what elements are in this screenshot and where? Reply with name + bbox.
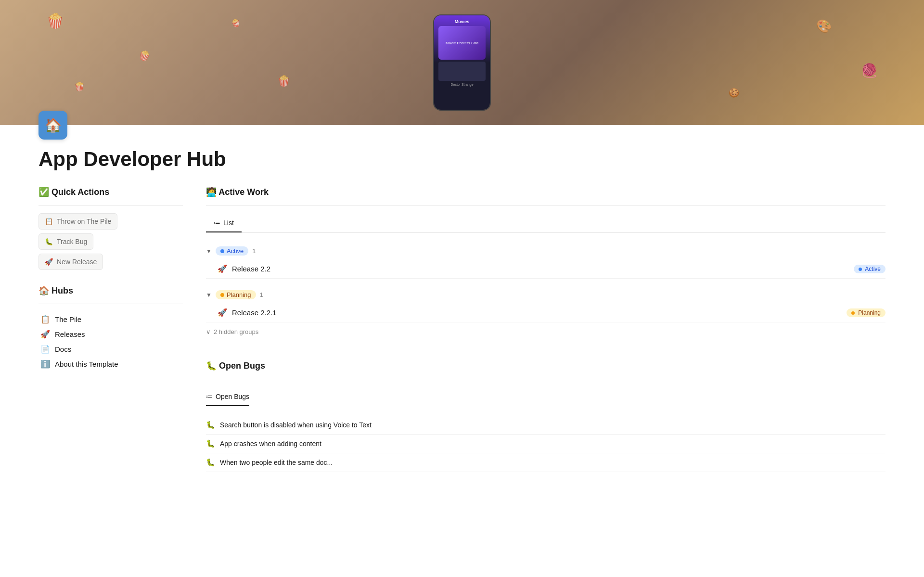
- release-2-2-status: Active: [854, 265, 886, 273]
- open-bugs-divider: [206, 379, 886, 379]
- page-title: App Developer Hub: [0, 140, 924, 171]
- bug-2-icon: 🐛: [206, 439, 215, 448]
- item-release-2-2-1[interactable]: 🚀 Release 2.2.1 Planning: [206, 303, 886, 322]
- quick-actions-header: ✅ Quick Actions: [38, 187, 183, 197]
- release-2-2-icon: 🚀: [218, 264, 227, 273]
- releases-icon: 🚀: [40, 330, 50, 339]
- hidden-groups-toggle[interactable]: ∨ 2 hidden groups: [206, 322, 886, 341]
- active-work-view-tabs: ≔ List: [206, 215, 886, 233]
- bug-1-icon: 🐛: [206, 421, 215, 429]
- active-group-count: 1: [252, 247, 256, 255]
- track-bug-label: Track Bug: [57, 238, 87, 245]
- throw-pile-icon: 📋: [45, 218, 53, 225]
- open-bugs-header: 🐛 Open Bugs: [206, 360, 886, 371]
- docs-icon: 📄: [40, 345, 50, 354]
- planning-group-toggle: ▼: [206, 292, 212, 298]
- release-2-2-1-status: Planning: [847, 308, 886, 317]
- list-tab-icon: ≔: [214, 219, 220, 227]
- new-release-label: New Release: [57, 258, 97, 266]
- hubs-section: 🏠 Hubs 📋 The Pile 🚀 Releases 📄 Docs ℹ️ A…: [38, 285, 183, 372]
- tab-list[interactable]: ≔ List: [206, 215, 242, 232]
- release-2-2-1-label: Release 2.2.1: [232, 308, 277, 317]
- planning-group-header[interactable]: ▼ Planning 1: [206, 286, 886, 303]
- bug-item-2[interactable]: 🐛 App crashes when adding content: [206, 435, 886, 453]
- hub-item-releases[interactable]: 🚀 Releases: [38, 327, 183, 342]
- new-release-button[interactable]: 🚀 New Release: [38, 254, 103, 270]
- active-work-divider: [206, 205, 886, 205]
- hub-item-about-template[interactable]: ℹ️ About this Template: [38, 357, 183, 372]
- release-2-2-1-icon: 🚀: [218, 308, 227, 317]
- release-2-2-label: Release 2.2: [232, 265, 270, 273]
- active-work-section: 🧑‍💻 Active Work ≔ List ▼ Active 1: [206, 187, 886, 341]
- item-release-2-2[interactable]: 🚀 Release 2.2 Active: [206, 259, 886, 279]
- releases-label: Releases: [55, 330, 85, 338]
- bug-1-label: Search button is disabled when using Voi…: [220, 421, 372, 429]
- track-bug-button[interactable]: 🐛 Track Bug: [38, 233, 93, 250]
- the-pile-icon: 📋: [40, 315, 50, 324]
- open-bugs-tab-label: Open Bugs: [216, 393, 249, 400]
- quick-actions-list: 📋 Throw on The Pile 🐛 Track Bug 🚀 New Re…: [38, 213, 183, 270]
- bug-item-3[interactable]: 🐛 When two people edit the same doc...: [206, 453, 886, 472]
- active-group-header[interactable]: ▼ Active 1: [206, 243, 886, 259]
- left-panel: ✅ Quick Actions 📋 Throw on The Pile 🐛 Tr…: [38, 187, 183, 491]
- hubs-header: 🏠 Hubs: [38, 285, 183, 296]
- the-pile-label: The Pile: [55, 315, 81, 323]
- open-bugs-tab[interactable]: ≔ Open Bugs: [206, 389, 249, 406]
- active-dot: [220, 249, 224, 253]
- planning-status-badge: Planning: [216, 290, 256, 299]
- bug-3-label: When two people edit the same doc...: [220, 459, 333, 466]
- hub-item-docs[interactable]: 📄 Docs: [38, 342, 183, 357]
- new-release-icon: 🚀: [45, 258, 53, 266]
- active-group-toggle: ▼: [206, 248, 212, 255]
- about-icon: ℹ️: [40, 359, 50, 369]
- page-icon-area: 🏠: [0, 111, 924, 140]
- quick-actions-divider: [38, 205, 183, 205]
- track-bug-icon: 🐛: [45, 238, 53, 245]
- hero-banner: 🍿 🍿 🍿 🍿 🍿 🎨 🧶 🍪 Movies Movie Posters Gri…: [0, 0, 924, 125]
- planning-dot: [220, 293, 224, 297]
- active-status-badge: Active: [216, 246, 248, 256]
- hidden-groups-label: 2 hidden groups: [214, 328, 258, 335]
- about-label: About this Template: [55, 360, 118, 368]
- throw-on-pile-button[interactable]: 📋 Throw on The Pile: [38, 213, 117, 230]
- bug-2-label: App crashes when adding content: [220, 440, 321, 448]
- page-icon: 🏠: [38, 111, 67, 140]
- bug-item-1[interactable]: 🐛 Search button is disabled when using V…: [206, 416, 886, 435]
- hub-item-the-pile[interactable]: 📋 The Pile: [38, 312, 183, 327]
- throw-pile-label: Throw on The Pile: [57, 218, 111, 225]
- docs-label: Docs: [55, 345, 71, 353]
- chevron-down-icon: ∨: [206, 328, 211, 335]
- open-bugs-section: 🐛 Open Bugs ≔ Open Bugs 🐛 Search button …: [206, 360, 886, 472]
- hubs-divider: [38, 304, 183, 304]
- right-panel: 🧑‍💻 Active Work ≔ List ▼ Active 1: [206, 187, 886, 491]
- open-bugs-tab-icon: ≔: [206, 393, 213, 400]
- bug-3-icon: 🐛: [206, 458, 215, 467]
- list-tab-label: List: [223, 219, 234, 227]
- hero-phone-mockup: Movies Movie Posters Grid Doctor Strange: [433, 14, 491, 111]
- active-work-header: 🧑‍💻 Active Work: [206, 187, 886, 197]
- planning-group-count: 1: [260, 291, 263, 298]
